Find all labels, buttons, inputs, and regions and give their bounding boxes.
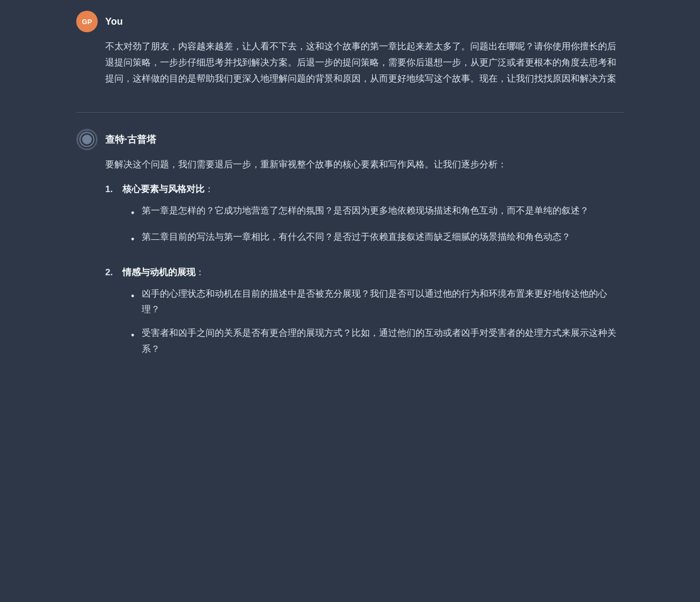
section-title-1: 核心要素与风格对比 — [122, 184, 205, 194]
bullet-2-1: • 凶手的心理状态和动机在目前的描述中是否被充分展现？我们是否可以通过他的行为和… — [131, 286, 624, 318]
ai-message-block: 查特·古普塔 要解决这个问题，我们需要退后一步，重新审视整个故事的核心要素和写作… — [76, 129, 624, 373]
ai-sender-name: 查特·古普塔 — [105, 133, 156, 146]
bullet-2-2: • 受害者和凶手之间的关系是否有更合理的展现方式？比如，通过他们的互动或者凶手对… — [131, 325, 624, 357]
bullet-1-1: • 第一章是怎样的？它成功地营造了怎样的氛围？是否因为更多地依赖现场描述和角色互… — [131, 203, 589, 222]
section-number-2: 2. — [105, 265, 118, 365]
bullet-dot-1-1: • — [131, 205, 137, 222]
section-content-2: 情感与动机的展现： • 凶手的心理状态和动机在目前的描述中是否被充分展现？我们是… — [122, 265, 624, 365]
ai-message-header: 查特·古普塔 — [76, 129, 624, 150]
section-number-1: 1. — [105, 181, 118, 256]
ai-avatar — [76, 129, 98, 150]
user-avatar-initials: GP — [82, 18, 92, 26]
section-2-bullets: • 凶手的心理状态和动机在目前的描述中是否被充分展现？我们是否可以通过他的行为和… — [131, 286, 624, 357]
bullet-text-1-1: 第一章是怎样的？它成功地营造了怎样的氛围？是否因为更多地依赖现场描述和角色互动，… — [142, 203, 589, 222]
bullet-text-2-1: 凶手的心理状态和动机在目前的描述中是否被充分展现？我们是否可以通过他的行为和环境… — [142, 286, 624, 318]
ai-message-content: 要解决这个问题，我们需要退后一步，重新审视整个故事的核心要素和写作风格。让我们逐… — [76, 157, 624, 373]
section-1-bullets: • 第一章是怎样的？它成功地营造了怎样的氛围？是否因为更多地依赖现场描述和角色互… — [131, 203, 589, 248]
section-title-2: 情感与动机的展现 — [122, 267, 195, 277]
user-message-text: 不太对劲了朋友，内容越来越差，让人看不下去，这和这个故事的第一章比起来差太多了。… — [105, 39, 624, 86]
bullet-dot-1-2: • — [131, 231, 137, 248]
user-sender-name: You — [105, 16, 123, 27]
section-content-1: 核心要素与风格对比： • 第一章是怎样的？它成功地营造了怎样的氛围？是否因为更多… — [122, 181, 589, 256]
ai-intro-text: 要解决这个问题，我们需要退后一步，重新审视整个故事的核心要素和写作风格。让我们逐… — [105, 157, 624, 173]
message-divider — [76, 112, 624, 113]
section-item-1: 1. 核心要素与风格对比： • 第一章是怎样的？它成功地营造了怎样的氛围？是否因… — [105, 181, 624, 256]
bullet-1-2: • 第二章目前的写法与第一章相比，有什么不同？是否过于依赖直接叙述而缺乏细腻的场… — [131, 229, 589, 248]
ai-avatar-icon — [77, 130, 97, 149]
bullet-dot-2-2: • — [131, 327, 137, 357]
bullet-dot-2-1: • — [131, 288, 137, 318]
section-item-2: 2. 情感与动机的展现： • 凶手的心理状态和动机在目前的描述中是否被充分展现？… — [105, 265, 624, 365]
user-message-block: GP You 不太对劲了朋友，内容越来越差，让人看不下去，这和这个故事的第一章比… — [76, 11, 624, 91]
user-message-content: 不太对劲了朋友，内容越来越差，让人看不下去，这和这个故事的第一章比起来差太多了。… — [76, 39, 624, 91]
ai-sections-list: 1. 核心要素与风格对比： • 第一章是怎样的？它成功地营造了怎样的氛围？是否因… — [105, 181, 624, 365]
user-message-header: GP You — [76, 11, 624, 32]
bullet-text-1-2: 第二章目前的写法与第一章相比，有什么不同？是否过于依赖直接叙述而缺乏细腻的场景描… — [142, 229, 571, 248]
chat-container: GP You 不太对劲了朋友，内容越来越差，让人看不下去，这和这个故事的第一章比… — [55, 0, 645, 406]
user-avatar: GP — [76, 11, 98, 32]
bullet-text-2-2: 受害者和凶手之间的关系是否有更合理的展现方式？比如，通过他们的互动或者凶手对受害… — [142, 325, 624, 357]
